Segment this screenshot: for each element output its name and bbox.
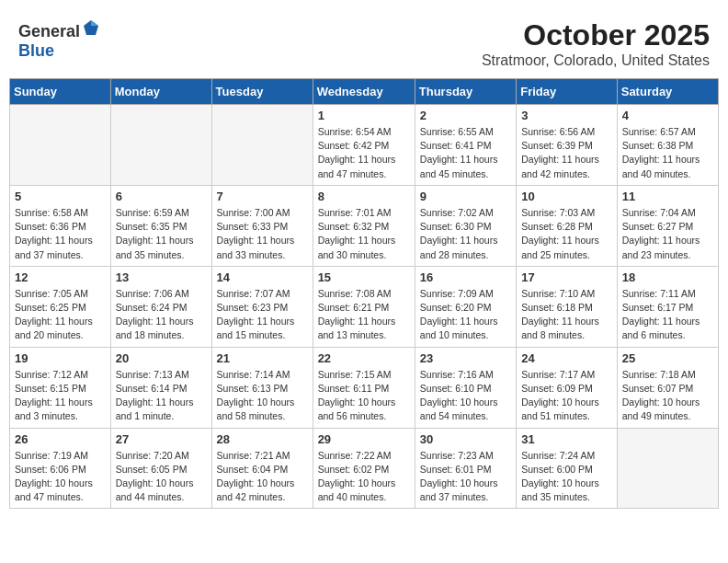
day-number: 13	[116, 270, 207, 284]
calendar-cell	[211, 105, 313, 186]
day-number: 16	[420, 270, 511, 284]
calendar-week-2: 5Sunrise: 6:58 AM Sunset: 6:36 PM Daylig…	[10, 185, 719, 266]
weekday-header-wednesday: Wednesday	[313, 79, 415, 105]
calendar-cell	[110, 105, 211, 186]
weekday-header-friday: Friday	[517, 79, 618, 105]
day-number: 9	[420, 190, 511, 203]
weekday-header-sunday: Sunday	[10, 79, 111, 105]
svg-marker-1	[91, 20, 98, 26]
day-info: Sunrise: 7:15 AM Sunset: 6:11 PM Dayligh…	[318, 368, 410, 424]
logo: General Blue	[18, 18, 100, 61]
day-info: Sunrise: 7:24 AM Sunset: 6:00 PM Dayligh…	[521, 449, 612, 505]
day-number: 2	[420, 109, 511, 122]
calendar-cell: 11Sunrise: 7:04 AM Sunset: 6:27 PM Dayli…	[617, 185, 718, 266]
calendar-table: SundayMondayTuesdayWednesdayThursdayFrid…	[9, 78, 719, 509]
calendar-cell: 19Sunrise: 7:12 AM Sunset: 6:15 PM Dayli…	[10, 347, 111, 428]
day-info: Sunrise: 7:13 AM Sunset: 6:14 PM Dayligh…	[116, 368, 207, 424]
calendar-cell: 10Sunrise: 7:03 AM Sunset: 6:28 PM Dayli…	[517, 185, 618, 266]
calendar-cell: 4Sunrise: 6:57 AM Sunset: 6:38 PM Daylig…	[617, 105, 718, 186]
day-number: 4	[622, 109, 713, 122]
calendar-cell: 7Sunrise: 7:00 AM Sunset: 6:33 PM Daylig…	[211, 185, 313, 266]
calendar-cell: 6Sunrise: 6:59 AM Sunset: 6:35 PM Daylig…	[110, 185, 211, 266]
calendar-cell: 29Sunrise: 7:22 AM Sunset: 6:02 PM Dayli…	[313, 428, 415, 509]
day-number: 28	[217, 432, 308, 446]
calendar-cell: 13Sunrise: 7:06 AM Sunset: 6:24 PM Dayli…	[110, 266, 211, 347]
day-number: 8	[318, 190, 410, 203]
page-header: General Blue October 2025 Stratmoor, Col…	[9, 9, 719, 74]
calendar-cell: 31Sunrise: 7:24 AM Sunset: 6:00 PM Dayli…	[517, 428, 618, 509]
day-number: 10	[521, 190, 612, 203]
day-info: Sunrise: 7:23 AM Sunset: 6:01 PM Dayligh…	[420, 449, 511, 505]
day-number: 21	[217, 351, 308, 365]
day-number: 11	[622, 190, 713, 203]
calendar-cell: 16Sunrise: 7:09 AM Sunset: 6:20 PM Dayli…	[415, 266, 516, 347]
calendar-cell: 28Sunrise: 7:21 AM Sunset: 6:04 PM Dayli…	[211, 428, 313, 509]
day-info: Sunrise: 7:21 AM Sunset: 6:04 PM Dayligh…	[217, 449, 308, 505]
day-number: 15	[318, 270, 410, 284]
calendar-cell: 27Sunrise: 7:20 AM Sunset: 6:05 PM Dayli…	[110, 428, 211, 509]
calendar-cell: 5Sunrise: 6:58 AM Sunset: 6:36 PM Daylig…	[10, 185, 111, 266]
day-info: Sunrise: 6:55 AM Sunset: 6:41 PM Dayligh…	[420, 125, 511, 181]
day-info: Sunrise: 7:22 AM Sunset: 6:02 PM Dayligh…	[318, 449, 410, 505]
day-number: 23	[420, 351, 511, 365]
weekday-header-saturday: Saturday	[617, 79, 718, 105]
day-number: 25	[622, 351, 713, 365]
logo-icon	[82, 18, 100, 37]
day-info: Sunrise: 6:59 AM Sunset: 6:35 PM Dayligh…	[116, 206, 207, 262]
day-info: Sunrise: 7:17 AM Sunset: 6:09 PM Dayligh…	[521, 368, 612, 424]
day-number: 24	[521, 351, 612, 365]
day-number: 29	[318, 432, 410, 446]
day-info: Sunrise: 7:08 AM Sunset: 6:21 PM Dayligh…	[318, 287, 410, 343]
day-number: 12	[15, 270, 106, 284]
day-number: 5	[15, 190, 106, 203]
day-info: Sunrise: 7:01 AM Sunset: 6:32 PM Dayligh…	[318, 206, 410, 262]
calendar-cell: 25Sunrise: 7:18 AM Sunset: 6:07 PM Dayli…	[617, 347, 718, 428]
title-block: October 2025 Stratmoor, Colorado, United…	[482, 18, 710, 69]
day-info: Sunrise: 7:11 AM Sunset: 6:17 PM Dayligh…	[622, 287, 713, 343]
calendar-cell: 21Sunrise: 7:14 AM Sunset: 6:13 PM Dayli…	[211, 347, 313, 428]
day-number: 30	[420, 432, 511, 446]
day-info: Sunrise: 7:00 AM Sunset: 6:33 PM Dayligh…	[217, 206, 308, 262]
calendar-cell: 3Sunrise: 6:56 AM Sunset: 6:39 PM Daylig…	[517, 105, 618, 186]
day-number: 26	[15, 432, 106, 446]
day-info: Sunrise: 7:05 AM Sunset: 6:25 PM Dayligh…	[15, 287, 106, 343]
calendar-week-5: 26Sunrise: 7:19 AM Sunset: 6:06 PM Dayli…	[10, 428, 719, 509]
calendar-cell: 18Sunrise: 7:11 AM Sunset: 6:17 PM Dayli…	[617, 266, 718, 347]
day-info: Sunrise: 7:14 AM Sunset: 6:13 PM Dayligh…	[217, 368, 308, 424]
day-info: Sunrise: 7:18 AM Sunset: 6:07 PM Dayligh…	[622, 368, 713, 424]
day-info: Sunrise: 6:58 AM Sunset: 6:36 PM Dayligh…	[15, 206, 106, 262]
day-info: Sunrise: 7:10 AM Sunset: 6:18 PM Dayligh…	[521, 287, 612, 343]
calendar-cell: 14Sunrise: 7:07 AM Sunset: 6:23 PM Dayli…	[211, 266, 313, 347]
day-number: 7	[217, 190, 308, 203]
day-number: 14	[217, 270, 308, 284]
calendar-cell: 15Sunrise: 7:08 AM Sunset: 6:21 PM Dayli…	[313, 266, 415, 347]
calendar-cell: 9Sunrise: 7:02 AM Sunset: 6:30 PM Daylig…	[415, 185, 516, 266]
calendar-cell: 20Sunrise: 7:13 AM Sunset: 6:14 PM Dayli…	[110, 347, 211, 428]
day-info: Sunrise: 7:09 AM Sunset: 6:20 PM Dayligh…	[420, 287, 511, 343]
calendar-cell	[617, 428, 718, 509]
calendar-week-4: 19Sunrise: 7:12 AM Sunset: 6:15 PM Dayli…	[10, 347, 719, 428]
day-info: Sunrise: 7:04 AM Sunset: 6:27 PM Dayligh…	[622, 206, 713, 262]
logo-general: General	[18, 22, 80, 40]
weekday-header-monday: Monday	[110, 79, 211, 105]
calendar-cell: 2Sunrise: 6:55 AM Sunset: 6:41 PM Daylig…	[415, 105, 516, 186]
calendar-cell: 12Sunrise: 7:05 AM Sunset: 6:25 PM Dayli…	[10, 266, 111, 347]
calendar-cell: 30Sunrise: 7:23 AM Sunset: 6:01 PM Dayli…	[415, 428, 516, 509]
day-info: Sunrise: 7:03 AM Sunset: 6:28 PM Dayligh…	[521, 206, 612, 262]
day-number: 1	[318, 109, 410, 122]
day-number: 20	[116, 351, 207, 365]
day-number: 17	[521, 270, 612, 284]
day-info: Sunrise: 6:56 AM Sunset: 6:39 PM Dayligh…	[521, 125, 612, 181]
calendar-cell: 24Sunrise: 7:17 AM Sunset: 6:09 PM Dayli…	[517, 347, 618, 428]
weekday-header-thursday: Thursday	[415, 79, 516, 105]
day-number: 6	[116, 190, 207, 203]
weekday-header-tuesday: Tuesday	[211, 79, 313, 105]
location-title: Stratmoor, Colorado, United States	[482, 52, 710, 69]
calendar-cell: 26Sunrise: 7:19 AM Sunset: 6:06 PM Dayli…	[10, 428, 111, 509]
day-info: Sunrise: 7:12 AM Sunset: 6:15 PM Dayligh…	[15, 368, 106, 424]
day-info: Sunrise: 7:07 AM Sunset: 6:23 PM Dayligh…	[217, 287, 308, 343]
calendar-cell: 22Sunrise: 7:15 AM Sunset: 6:11 PM Dayli…	[313, 347, 415, 428]
calendar-cell: 23Sunrise: 7:16 AM Sunset: 6:10 PM Dayli…	[415, 347, 516, 428]
day-info: Sunrise: 6:54 AM Sunset: 6:42 PM Dayligh…	[318, 125, 410, 181]
day-info: Sunrise: 7:19 AM Sunset: 6:06 PM Dayligh…	[15, 449, 106, 505]
